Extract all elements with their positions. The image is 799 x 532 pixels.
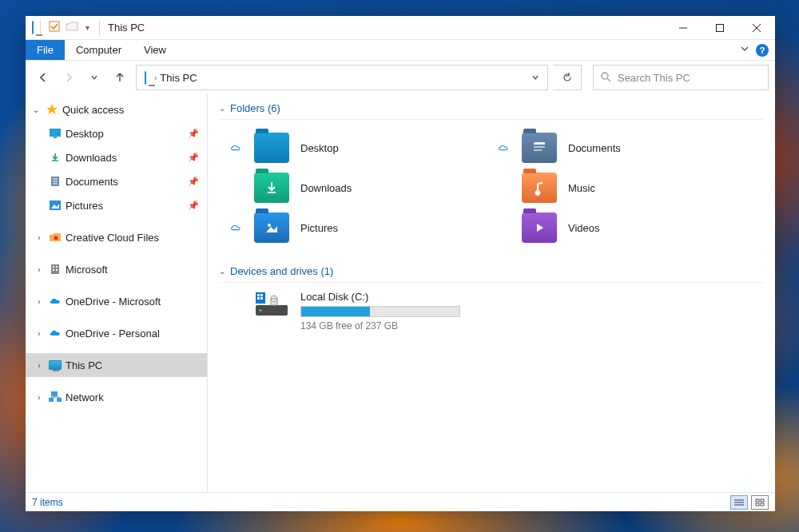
group-header-folders[interactable]: ⌄ Folders (6): [219, 99, 764, 120]
pictures-folder-icon: [254, 212, 289, 243]
tab-view[interactable]: View: [133, 40, 177, 60]
sidebar-item-network[interactable]: › Network: [26, 385, 207, 409]
svg-rect-16: [53, 266, 54, 268]
maximize-button[interactable]: [702, 16, 738, 40]
videos-folder-icon: [522, 212, 557, 243]
close-button[interactable]: [738, 16, 775, 40]
chevron-down-icon[interactable]: ⌄: [219, 104, 225, 113]
sidebar-item-label: Downloads: [66, 152, 117, 164]
chevron-right-icon[interactable]: ›: [34, 265, 45, 274]
sidebar-item-this-pc[interactable]: › This PC: [26, 353, 207, 377]
properties-icon[interactable]: [47, 21, 62, 34]
drive-free-text: 134 GB free of 237 GB: [300, 320, 460, 332]
svg-rect-8: [54, 137, 57, 138]
svg-rect-15: [51, 264, 59, 274]
sidebar-item-downloads[interactable]: Downloads 📌: [26, 145, 207, 169]
qat-chevron-icon[interactable]: ▾: [82, 23, 93, 32]
svg-rect-37: [756, 499, 759, 502]
chevron-right-icon[interactable]: ›: [34, 393, 45, 402]
group-header-drives[interactable]: ⌄ Devices and drives (1): [219, 262, 764, 283]
onedrive-icon: [48, 326, 62, 340]
cloud-status-icon: [229, 221, 243, 234]
search-box[interactable]: [593, 65, 769, 90]
location-icon: [140, 72, 151, 84]
folder-label: Documents: [568, 142, 621, 154]
address-bar[interactable]: › This PC: [136, 65, 548, 90]
sidebar-item-pictures[interactable]: Pictures 📌: [26, 193, 207, 217]
sidebar-item-label: OneDrive - Personal: [66, 328, 160, 339]
svg-rect-30: [257, 294, 260, 296]
svg-rect-24: [534, 146, 545, 148]
file-explorer-window: ▾ This PC File Computer View ?: [26, 16, 775, 511]
drive-label: Local Disk (C:): [300, 291, 460, 303]
drive-icon: [254, 291, 289, 318]
microsoft-icon: [48, 262, 62, 276]
window-title: This PC: [105, 22, 145, 34]
folder-label: Videos: [568, 222, 600, 234]
tab-computer[interactable]: Computer: [65, 40, 133, 60]
sidebar-item-desktop[interactable]: Desktop 📌: [26, 121, 207, 145]
ribbon: File Computer View ?: [26, 40, 775, 61]
folder-item[interactable]: Pictures: [229, 208, 496, 248]
tab-file[interactable]: File: [26, 40, 65, 60]
folder-item[interactable]: Music: [496, 168, 764, 208]
chevron-down-icon[interactable]: ⌄: [30, 105, 42, 114]
svg-rect-0: [50, 22, 59, 31]
svg-rect-19: [56, 269, 58, 271]
navigation-pane[interactable]: ⌄ Quick access Desktop 📌 Downloads 📌 Doc…: [26, 94, 208, 492]
sidebar-item-label: Network: [66, 391, 104, 403]
cloud-status-icon: [496, 141, 511, 154]
svg-rect-31: [260, 294, 263, 296]
computer-icon: [48, 358, 62, 372]
sidebar-item-documents[interactable]: Documents 📌: [26, 169, 207, 193]
chevron-right-icon[interactable]: ›: [34, 361, 45, 370]
chevron-down-icon[interactable]: ⌄: [219, 267, 225, 276]
large-icons-view-button[interactable]: [751, 495, 769, 510]
folder-item[interactable]: Documents: [496, 128, 764, 168]
refresh-button[interactable]: [553, 65, 582, 90]
help-icon[interactable]: ?: [756, 44, 769, 57]
titlebar[interactable]: ▾ This PC: [26, 16, 775, 40]
pin-icon: 📌: [188, 153, 199, 163]
folder-item[interactable]: Desktop: [229, 128, 496, 168]
minimize-button[interactable]: [665, 16, 702, 40]
folder-item[interactable]: Downloads: [229, 168, 496, 208]
breadcrumb-separator-icon[interactable]: ›: [151, 73, 160, 82]
sidebar-item-onedrive-personal[interactable]: › OneDrive - Personal: [26, 321, 207, 345]
chevron-right-icon[interactable]: ›: [34, 297, 45, 306]
folder-label: Desktop: [300, 142, 339, 154]
breadcrumb-location[interactable]: This PC: [160, 72, 197, 84]
sidebar-item-microsoft[interactable]: › Microsoft: [26, 257, 207, 281]
search-input[interactable]: [618, 72, 761, 84]
creative-cloud-icon: [48, 230, 62, 244]
pin-icon: 📌: [188, 129, 199, 139]
drive-item[interactable]: Local Disk (C:) 134 GB free of 237 GB: [219, 283, 764, 332]
svg-rect-25: [534, 149, 542, 151]
details-view-button[interactable]: [730, 495, 748, 510]
chevron-right-icon[interactable]: ›: [34, 329, 45, 338]
address-history-chevron-icon[interactable]: [527, 73, 544, 81]
svg-line-6: [607, 78, 610, 81]
downloads-folder-icon: [254, 173, 289, 203]
ribbon-expand-icon[interactable]: [740, 44, 749, 56]
svg-rect-17: [56, 266, 58, 268]
up-button[interactable]: [109, 66, 131, 89]
forward-button[interactable]: [58, 66, 80, 89]
computer-icon: [27, 22, 34, 34]
pin-icon: 📌: [188, 177, 199, 187]
sidebar-item-onedrive-microsoft[interactable]: › OneDrive - Microsoft: [26, 289, 207, 313]
new-folder-icon[interactable]: [65, 22, 79, 34]
chevron-right-icon[interactable]: ›: [34, 233, 45, 242]
sidebar-item-creative-cloud[interactable]: › Creative Cloud Files: [26, 225, 207, 249]
content-pane[interactable]: ⌄ Folders (6) Desktop Documents Downl: [208, 94, 775, 492]
svg-rect-40: [761, 503, 764, 506]
sidebar-item-label: This PC: [66, 359, 102, 371]
network-icon: [48, 390, 62, 404]
folder-item[interactable]: Videos: [496, 208, 764, 248]
back-button[interactable]: [32, 66, 54, 89]
sidebar-item-quick-access[interactable]: ⌄ Quick access: [26, 97, 207, 121]
sidebar-item-label: Quick access: [62, 104, 124, 116]
sidebar-item-label: Documents: [66, 176, 118, 188]
recent-locations-button[interactable]: [83, 66, 105, 89]
folder-label: Music: [568, 182, 595, 194]
